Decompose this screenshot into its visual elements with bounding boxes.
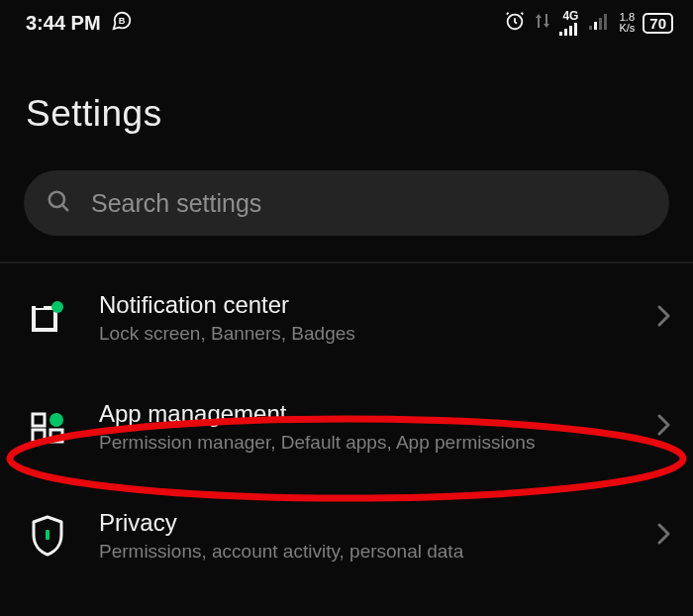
status-bar-right: 4G 1.8 K/s 70 <box>504 10 673 37</box>
svg-rect-2 <box>559 32 562 36</box>
page-title: Settings <box>0 46 693 135</box>
row-privacy[interactable]: Privacy Permissions, account activity, p… <box>0 481 693 576</box>
row-texts: App management Permission manager, Defau… <box>99 400 630 454</box>
svg-rect-3 <box>564 29 567 36</box>
svg-rect-8 <box>599 18 602 30</box>
search-icon <box>46 188 71 218</box>
signal-secondary-icon <box>589 12 611 35</box>
status-bar: 3:44 PM B 4G <box>0 0 693 46</box>
row-texts: Privacy Permissions, account activity, p… <box>99 509 630 563</box>
svg-rect-6 <box>589 26 592 30</box>
svg-rect-12 <box>34 308 55 330</box>
svg-rect-19 <box>46 530 50 540</box>
alarm-icon <box>504 10 526 37</box>
svg-rect-4 <box>569 26 572 36</box>
svg-rect-5 <box>574 23 577 36</box>
svg-rect-13 <box>36 302 44 308</box>
battery-percent: 70 <box>649 16 666 31</box>
row-title: Privacy <box>99 509 630 537</box>
data-rate: 1.8 K/s <box>619 12 635 34</box>
svg-line-11 <box>62 205 67 210</box>
svg-rect-15 <box>33 414 45 426</box>
row-subtitle: Lock screen, Banners, Badges <box>99 323 630 345</box>
app-management-icon <box>24 403 71 451</box>
status-bar-left: 3:44 PM B <box>26 10 133 37</box>
status-time: 3:44 PM <box>26 12 101 35</box>
row-title: App management <box>99 400 630 428</box>
search-input[interactable]: Search settings <box>24 170 669 236</box>
notification-center-icon <box>24 294 71 342</box>
svg-rect-18 <box>50 430 62 442</box>
data-arrows-icon <box>534 11 551 36</box>
chevron-right-icon <box>657 304 671 332</box>
privacy-icon <box>24 512 71 560</box>
chevron-right-icon <box>657 522 671 550</box>
data-rate-unit: K/s <box>619 23 635 34</box>
svg-point-16 <box>50 413 63 427</box>
chevron-right-icon <box>657 413 671 441</box>
search-placeholder: Search settings <box>91 189 261 218</box>
messenger-icon: B <box>111 10 133 37</box>
settings-list: Notification center Lock screen, Banners… <box>0 263 693 576</box>
row-title: Notification center <box>99 291 630 319</box>
row-notification-center[interactable]: Notification center Lock screen, Banners… <box>0 263 693 372</box>
battery-indicator: 70 <box>643 13 673 34</box>
svg-rect-17 <box>33 430 45 442</box>
network-label: 4G <box>562 10 578 22</box>
row-subtitle: Permission manager, Default apps, App pe… <box>99 432 630 454</box>
svg-text:B: B <box>118 15 125 25</box>
svg-rect-9 <box>604 14 607 30</box>
row-app-management[interactable]: App management Permission manager, Defau… <box>0 372 693 481</box>
svg-point-14 <box>51 301 63 313</box>
row-texts: Notification center Lock screen, Banners… <box>99 291 630 345</box>
signal-4g-icon: 4G <box>559 10 581 36</box>
row-subtitle: Permissions, account activity, personal … <box>99 541 630 563</box>
search-container: Search settings <box>0 135 693 236</box>
svg-rect-7 <box>594 22 597 30</box>
